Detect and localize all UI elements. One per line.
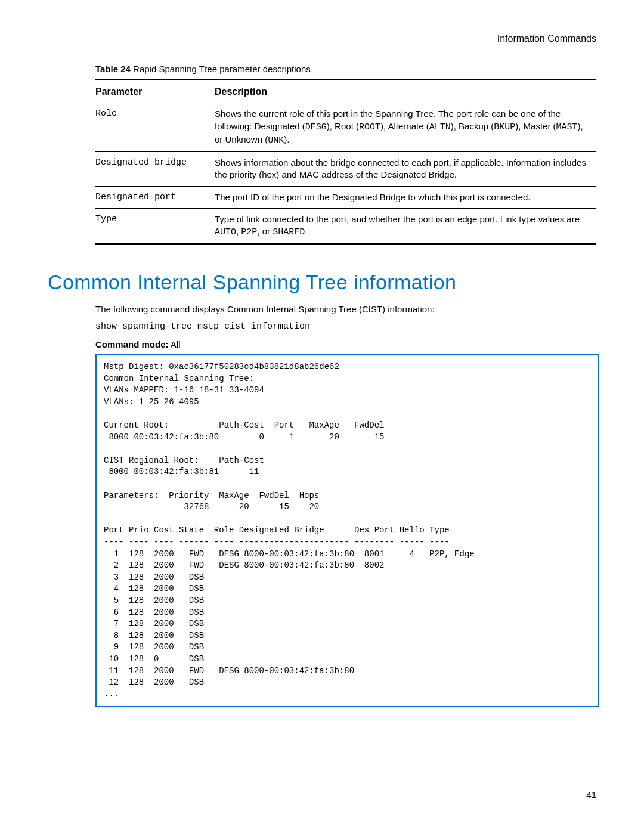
parameter-name: Role [95, 103, 215, 152]
parameter-name: Type [95, 208, 215, 244]
page-header: Information Commands [60, 32, 596, 45]
body-text: The following command displays Common In… [95, 304, 584, 315]
section-heading: Common Internal Spanning Tree informatio… [48, 269, 596, 296]
parameter-name: Designated bridge [95, 152, 215, 187]
command-mode-value: All [171, 339, 181, 349]
command-line: show spanning-tree mstp cist information [95, 321, 584, 333]
parameter-description: Shows information about the bridge conne… [215, 152, 596, 187]
column-header-parameter: Parameter [95, 79, 215, 103]
column-header-description: Description [215, 79, 596, 103]
command-mode-line: Command mode: All [95, 339, 584, 351]
command-mode-label: Command mode: [95, 339, 169, 349]
parameter-table: Parameter Description RoleShows the curr… [95, 79, 596, 246]
table-row: TypeType of link connected to the port, … [95, 208, 596, 244]
table-row: Designated portThe port ID of the port o… [95, 186, 596, 208]
table-caption-number: Table 24 [95, 64, 131, 74]
table-caption: Table 24 Rapid Spanning Tree parameter d… [95, 63, 596, 75]
page-number: 41 [586, 789, 596, 801]
table-caption-text: Rapid Spanning Tree parameter descriptio… [133, 64, 311, 74]
table-row: Designated bridgeShows information about… [95, 152, 596, 187]
console-output: Mstp Digest: 0xac36177f50283cd4b83821d8a… [95, 354, 599, 707]
parameter-description: Type of link connected to the port, and … [215, 208, 596, 244]
table-row: RoleShows the current role of this port … [95, 103, 596, 152]
parameter-name: Designated port [95, 186, 215, 208]
parameter-description: The port ID of the port on the Designate… [215, 186, 596, 208]
parameter-description: Shows the current role of this port in t… [215, 103, 596, 152]
